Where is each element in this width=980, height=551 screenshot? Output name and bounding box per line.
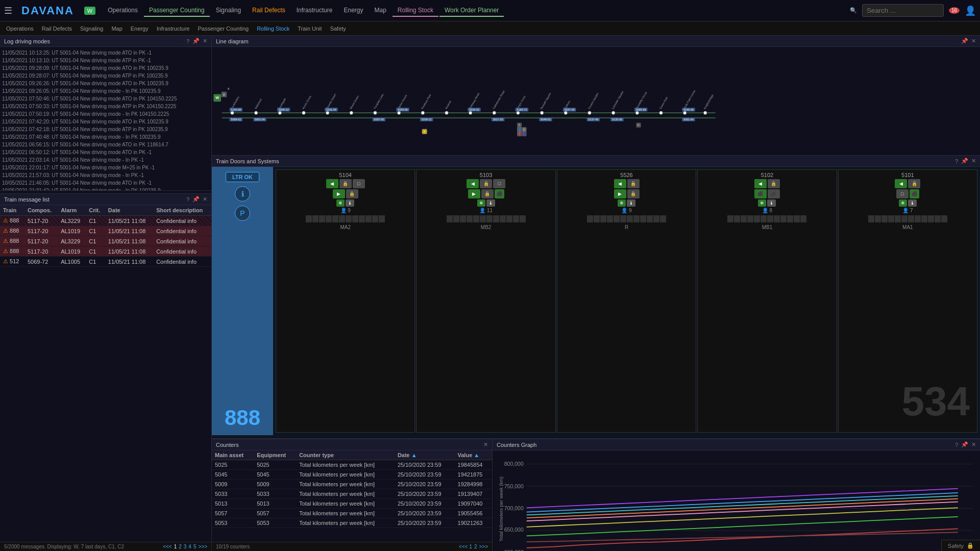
door-indicator-1[interactable]: □ (353, 179, 365, 188)
park-button[interactable]: P (235, 206, 250, 221)
page-next[interactable]: >>> (198, 544, 207, 549)
log-pin-icon[interactable]: 📌 (192, 38, 200, 44)
line-diagram-content[interactable]: W 🚆 6 (212, 47, 980, 152)
sub-nav-map[interactable]: Map (111, 26, 122, 32)
ctrl-snow-3[interactable]: ❄ (618, 199, 626, 207)
train-msg-help-icon[interactable]: ? (186, 196, 189, 203)
line-pin-icon[interactable]: 📌 (961, 38, 968, 44)
nav-passenger-counting[interactable]: Passenger Counting (144, 5, 210, 17)
sub-nav-passenger-counting[interactable]: Passenger Counting (198, 26, 249, 32)
table-row[interactable]: 5009 5009 Total kilometers per week [km]… (212, 480, 492, 489)
sub-nav-operations[interactable]: Operations (6, 26, 34, 32)
hamburger-icon[interactable]: ☰ (4, 5, 12, 16)
door-open-right-3[interactable]: ▶ (614, 189, 626, 198)
nav-rolling-stock[interactable]: Rolling Stock (393, 5, 438, 17)
table-row[interactable]: 5057 5057 Total kilometers per week [km]… (212, 509, 492, 518)
counters-graph-content[interactable]: 800,000 750,000 700,000 650,000 600,000 … (493, 450, 980, 551)
table-row[interactable]: ⚠ 888 5117-20 AL3229 C1 11/05/21 11:08 C… (0, 236, 211, 246)
door-indicator-2[interactable]: □ (493, 179, 505, 188)
page-4[interactable]: 4 (188, 544, 191, 549)
log-expand-icon[interactable]: ? (186, 38, 189, 44)
col-equipment[interactable]: Equipment (254, 450, 296, 460)
nav-infrastructure[interactable]: Infrastructure (291, 5, 338, 17)
nav-operations[interactable]: Operations (103, 5, 143, 17)
ctrl-snow-1[interactable]: ❄ (336, 199, 345, 207)
search-icon[interactable]: 🔍 (850, 7, 857, 14)
train-msg-pin-icon[interactable]: 📌 (192, 196, 200, 203)
log-close-icon[interactable]: ✕ (203, 38, 207, 44)
door-open-left-3[interactable]: ◀ (614, 179, 626, 188)
train-table-scroll[interactable]: Train Compos. Alarm Crit. Date Short des… (0, 205, 211, 542)
nav-rail-defects[interactable]: Rail Defects (247, 5, 290, 17)
ctrl-snow-4[interactable]: ❄ (758, 199, 766, 207)
nav-energy[interactable]: Energy (338, 5, 368, 17)
ctrl-heat-1[interactable]: 🌡 (346, 199, 354, 207)
counters-graph-close[interactable]: ✕ (971, 441, 976, 448)
page-prev[interactable]: <<< (163, 544, 172, 549)
door-extra-4b[interactable]: ⬛ (768, 189, 780, 198)
col-date[interactable]: Date (105, 205, 153, 216)
nav-work-order-planner[interactable]: Work Order Planner (439, 5, 504, 17)
col-main-asset[interactable]: Main asset (212, 450, 254, 460)
door-open-left-4[interactable]: ◀ (754, 179, 767, 188)
sub-nav-infrastructure[interactable]: Infrastructure (157, 26, 190, 32)
page-5[interactable]: 5 (193, 544, 197, 549)
sub-nav-safety[interactable]: Safety (330, 26, 346, 32)
door-open-left-5[interactable]: ◀ (895, 179, 907, 188)
door-open-left-1[interactable]: ◀ (326, 179, 338, 188)
col-crit[interactable]: Crit. (86, 205, 105, 216)
col-date[interactable]: Date▲ (395, 450, 455, 460)
table-row[interactable]: 5033 5033 Total kilometers per week [km]… (212, 489, 492, 499)
ctrl-heat-4[interactable]: 🌡 (767, 199, 776, 207)
table-row[interactable]: 5053 5053 Total kilometers per week [km]… (212, 518, 492, 528)
door-lock-4[interactable]: 🔒 (768, 179, 780, 188)
door-open-right-1[interactable]: ▶ (333, 189, 345, 198)
ctrl-heat-2[interactable]: 🌡 (486, 199, 495, 207)
door-extra-4a[interactable]: ⬛ (754, 189, 767, 198)
page-2[interactable]: 2 (179, 544, 182, 549)
ltr-ok-button[interactable]: LTR OK (226, 172, 259, 182)
sub-nav-signaling[interactable]: Signaling (80, 26, 103, 32)
table-row[interactable]: 5025 5025 Total kilometers per week [km]… (212, 460, 492, 470)
w-badge[interactable]: W (84, 7, 95, 15)
sub-nav-energy[interactable]: Energy (131, 26, 149, 32)
search-input[interactable] (862, 4, 944, 17)
nav-map[interactable]: Map (370, 5, 391, 17)
door-lock-2[interactable]: 🔒 (480, 179, 492, 188)
table-row[interactable]: ⚠ 888 5117-20 AL1019 C1 11/05/21 11:08 C… (0, 246, 211, 257)
user-icon[interactable]: 👤 (965, 5, 976, 16)
counters-page-2[interactable]: 2 (474, 544, 477, 549)
ctrl-snow-5[interactable]: ❄ (899, 199, 907, 207)
train-doors-help-icon[interactable]: ? (955, 158, 958, 164)
col-counter-type[interactable]: Counter type (296, 450, 395, 460)
counters-graph-help[interactable]: ? (955, 442, 958, 448)
door-lock-r-3[interactable]: 🔒 (627, 189, 640, 198)
train-msg-close-icon[interactable]: ✕ (203, 196, 207, 203)
col-value[interactable]: Value▲ (455, 450, 492, 460)
counters-table-scroll[interactable]: Main asset Equipment Counter type Date▲ … (212, 450, 492, 542)
ctrl-extra-2[interactable]: ⬛ (495, 189, 504, 198)
nav-signaling[interactable]: Signaling (211, 5, 246, 17)
ctrl-heat-5[interactable]: 🌡 (908, 199, 917, 207)
ctrl-extra-5b[interactable]: ⬛ (910, 189, 919, 198)
counters-close-icon[interactable]: ✕ (483, 441, 488, 448)
info-button[interactable]: ℹ (235, 186, 250, 202)
page-1[interactable]: 1 (174, 544, 177, 549)
table-row[interactable]: 5045 5045 Total kilometers per week [km]… (212, 470, 492, 480)
counters-page-prev[interactable]: <<< 1 (459, 544, 472, 549)
col-train[interactable]: Train (0, 205, 24, 216)
train-doors-pin-icon[interactable]: 📌 (961, 158, 968, 164)
table-row[interactable]: ⚠ 888 5117-20 AL1019 C1 11/05/21 11:08 C… (0, 226, 211, 236)
sub-nav-rolling-stock[interactable]: Rolling Stock (257, 26, 289, 32)
table-row[interactable]: ⚠ 888 5117-20 AL3229 C1 11/05/21 11:08 C… (0, 216, 211, 226)
ctrl-snow-2[interactable]: ❄ (477, 199, 485, 207)
line-close-icon[interactable]: ✕ (971, 38, 976, 44)
ctrl-heat-3[interactable]: 🌡 (627, 199, 635, 207)
sub-nav-train-unit[interactable]: Train Unit (298, 26, 322, 32)
counters-graph-pin[interactable]: 📌 (961, 441, 968, 448)
col-desc[interactable]: Short description (153, 205, 211, 216)
door-lock-5[interactable]: 🔒 (908, 179, 920, 188)
door-extra-5a[interactable]: □ (896, 189, 909, 198)
col-compos[interactable]: Compos. (24, 205, 58, 216)
table-row[interactable]: 5013 5013 Total kilometers per week [km]… (212, 499, 492, 509)
